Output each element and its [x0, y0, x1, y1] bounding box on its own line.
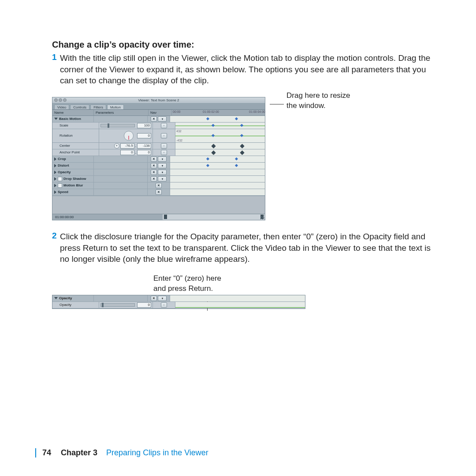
ruler-tick: 01:00:02:00 — [203, 110, 219, 113]
reset-button[interactable]: ✕ — [156, 190, 162, 195]
rotation-field[interactable]: 0 — [137, 133, 151, 138]
current-timecode[interactable]: 01:00:00:00 — [52, 215, 163, 219]
keyframe-menu-button[interactable]: ▾ — [158, 176, 167, 182]
param-label: Rotation — [60, 134, 73, 138]
section-label: Opacity — [58, 170, 71, 174]
keyframe-menu-button[interactable]: ▾ — [158, 163, 167, 168]
scrub-bar[interactable] — [163, 214, 265, 220]
window-titlebar: Viewer: Text from Scene 2 — [52, 97, 265, 104]
center-x-field[interactable]: -76.5 — [120, 143, 134, 149]
chapter-label: Chapter 3 — [61, 448, 97, 457]
disclosure-triangle-icon[interactable] — [54, 184, 56, 187]
reset-button[interactable]: ✕ — [156, 183, 162, 188]
column-headers: Name Parameters Nav 00:00 01:00:02:00 01… — [52, 110, 265, 116]
header-nav: Nav — [148, 110, 171, 115]
rotation-dial[interactable] — [124, 131, 134, 141]
disclosure-triangle-icon[interactable] — [54, 171, 56, 174]
keyframe-nav-button[interactable]: ◦ — [161, 133, 167, 138]
section-distort[interactable]: Distort ✕▾ — [52, 163, 265, 169]
motion-blur-checkbox[interactable] — [58, 183, 62, 188]
center-y-field[interactable]: -136 — [137, 143, 151, 149]
param-label: Scale — [60, 123, 68, 127]
section-motion-blur[interactable]: Motion Blur ✕ — [52, 182, 265, 189]
step-number: 1 — [52, 52, 60, 86]
reset-button[interactable]: ✕ — [151, 163, 157, 168]
keyframe-menu-button[interactable]: ▾ — [158, 116, 167, 122]
keyframe-nav-button[interactable]: ◦ — [161, 143, 167, 149]
param-label: Center — [60, 144, 70, 148]
reset-button[interactable]: ✕ — [151, 156, 157, 162]
keyframe-menu-button[interactable]: ▾ — [158, 156, 167, 162]
section-opacity[interactable]: Opacity ✕▾ — [52, 295, 305, 302]
row-opacity: Opacity 0 ◦ — [52, 302, 305, 309]
reset-button[interactable]: ✕ — [151, 170, 157, 175]
section-label: Motion Blur — [63, 183, 83, 187]
resize-handle-icon[interactable] — [259, 214, 265, 220]
tab-motion[interactable]: Motion — [107, 104, 124, 109]
step-number: 2 — [52, 231, 60, 265]
row-anchor-point: Anchor Point 0,0 ◦ — [52, 149, 265, 156]
section-label: Opacity — [59, 296, 72, 300]
annotation-enter-zero: Enter “0” (zero) here and press Return. — [153, 274, 441, 294]
keyframe-menu-button[interactable]: ▾ — [158, 296, 167, 301]
step-1: 1 With the title clip still open in the … — [52, 52, 441, 86]
ruler-tick: 00:00 — [173, 110, 181, 113]
anchor-y-field[interactable]: 0 — [137, 150, 151, 155]
keyframe-nav-button[interactable]: ◦ — [161, 302, 167, 308]
chapter-title: Preparing Clips in the Viewer — [106, 448, 208, 457]
disclosure-triangle-icon[interactable] — [54, 190, 56, 194]
drop-shadow-checkbox[interactable] — [58, 177, 62, 181]
center-point-button[interactable]: + — [114, 143, 119, 149]
annotation-resize: Drag here to resize the window. — [286, 91, 350, 111]
keyframe-nav-button[interactable]: ◦ — [161, 123, 167, 128]
disclosure-triangle-icon[interactable] — [54, 177, 56, 181]
section-heading: Change a clip’s opacity over time: — [52, 40, 441, 50]
header-parameters: Parameters — [93, 110, 148, 115]
disclosure-triangle-icon[interactable] — [54, 297, 58, 299]
axis-label: -432 — [176, 139, 182, 142]
reset-button[interactable]: ✕ — [151, 116, 157, 122]
section-label: Drop Shadow — [63, 177, 86, 181]
timecode-bar: 01:00:00:00 — [52, 214, 265, 220]
row-scale: Scale 100 ◦ — [52, 123, 265, 129]
tab-controls[interactable]: Controls — [70, 104, 89, 109]
tab-video[interactable]: Video — [54, 104, 69, 109]
row-center: Center +-76.5,-136 ◦ — [52, 143, 265, 149]
section-label: Crop — [58, 157, 66, 161]
disclosure-triangle-icon[interactable] — [54, 164, 56, 167]
scale-slider[interactable] — [100, 124, 135, 127]
page-footer: 74 Chapter 3 Preparing Clips in the View… — [35, 448, 441, 457]
section-drop-shadow[interactable]: Drop Shadow ✕▾ — [52, 176, 265, 182]
opacity-slider[interactable] — [100, 303, 135, 307]
anchor-x-field[interactable]: 0 — [120, 150, 134, 155]
reset-button[interactable]: ✕ — [151, 296, 157, 301]
reset-button[interactable]: ✕ — [151, 176, 157, 182]
keyframe-nav-button[interactable]: ◦ — [161, 150, 167, 155]
tab-filters[interactable]: Filters — [90, 104, 106, 109]
section-label: Distort — [58, 164, 69, 167]
window-title: Viewer: Text from Scene 2 — [52, 98, 265, 102]
param-label: Opacity — [60, 303, 71, 307]
timeline-ruler[interactable]: 00:00 01:00:02:00 01:00:04:00 — [171, 110, 265, 115]
section-crop[interactable]: Crop ✕▾ — [52, 156, 265, 163]
ruler-tick: 01:00:04:00 — [249, 110, 265, 113]
step-2: 2 Click the disclosure triangle for the … — [52, 231, 441, 265]
section-opacity[interactable]: Opacity ✕▾ — [52, 169, 265, 176]
annotation-leader — [270, 104, 284, 104]
scale-field[interactable]: 100 — [137, 123, 151, 128]
scrub-left-icon[interactable] — [164, 215, 167, 219]
section-speed[interactable]: Speed ✕ — [52, 189, 265, 196]
page-number: 74 — [42, 448, 51, 457]
step-body: Click the disclosure triangle for the Op… — [60, 231, 441, 265]
section-label: Speed — [58, 190, 68, 194]
section-label: Basic Motion — [59, 117, 81, 121]
param-label: Anchor Point — [60, 150, 80, 154]
opacity-field[interactable]: 0 — [137, 302, 151, 308]
viewer-window: Viewer: Text from Scene 2 Video Controls… — [52, 97, 265, 220]
step-body: With the title clip still open in the Vi… — [60, 52, 441, 86]
section-basic-motion[interactable]: Basic Motion ✕▾ — [52, 116, 265, 123]
keyframe-menu-button[interactable]: ▾ — [158, 170, 167, 175]
axis-label: 432 — [176, 130, 182, 133]
disclosure-triangle-icon[interactable] — [54, 157, 56, 161]
disclosure-triangle-icon[interactable] — [54, 118, 58, 120]
